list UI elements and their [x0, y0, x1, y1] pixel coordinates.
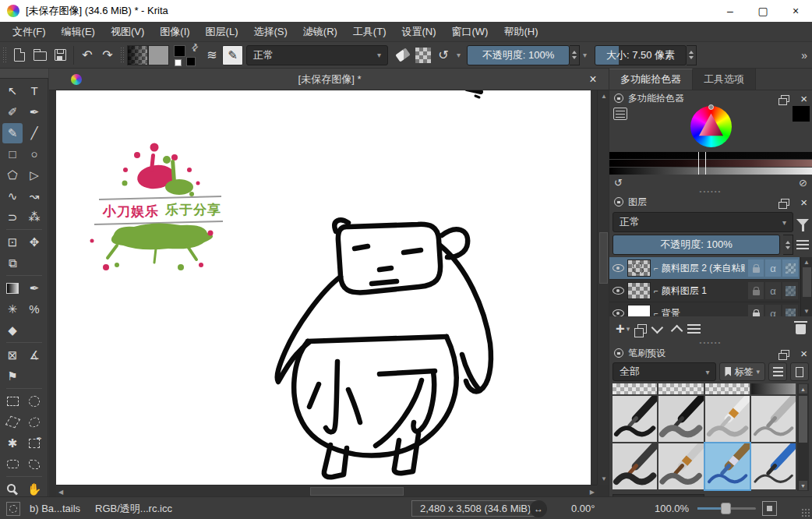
preset-scroll-thumb[interactable] [799, 396, 807, 443]
scroll-down-icon[interactable]: ▼ [799, 481, 807, 490]
default-colors-swatch[interactable] [175, 59, 182, 66]
selection-mode-icon[interactable] [6, 502, 20, 516]
text-tool[interactable]: T [24, 81, 44, 101]
alpha-lock-icon[interactable]: α [765, 305, 781, 316]
docker-lock-icon[interactable] [614, 94, 623, 103]
scroll-left-icon[interactable]: ◀ [58, 489, 63, 496]
similar-color-select-tool[interactable]: ✱ [2, 433, 23, 454]
eraser-mode-button[interactable] [393, 45, 413, 65]
layer-scroll-thumb[interactable] [803, 267, 811, 297]
scroll-down-icon[interactable]: ▼ [601, 475, 607, 482]
alpha-lock-icon[interactable]: α [765, 260, 781, 277]
docker-float-icon[interactable] [781, 199, 789, 206]
rect-select-tool[interactable] [2, 391, 23, 411]
scroll-up-icon[interactable]: ▲ [803, 259, 810, 266]
redo-button[interactable]: ↷ [97, 45, 118, 65]
brush-preset-partial-1[interactable] [613, 383, 657, 394]
tag-button[interactable]: 标签 ▾ [719, 362, 765, 381]
layer-row-background[interactable]: ⌐ 背景 α [609, 302, 800, 316]
brush-preset-partial-3[interactable] [705, 383, 750, 394]
zoom-fit-button[interactable] [762, 501, 777, 516]
toolbar-overflow-button[interactable]: » [801, 49, 807, 62]
layer-filter-icon[interactable] [796, 219, 809, 226]
image-size-label[interactable]: 2,480 x 3,508 (34.6 MiB) [411, 500, 539, 517]
preset-grid-scrollbar[interactable]: ▲ ▼ [797, 383, 809, 491]
freehand-select-tool[interactable] [24, 412, 44, 432]
maximize-button[interactable]: ▢ [747, 0, 779, 22]
layer-thumbnail[interactable] [627, 260, 651, 277]
brush-preset-silver-pen[interactable] [751, 396, 796, 442]
minimize-button[interactable]: – [714, 0, 747, 22]
brush-size-slider[interactable]: 大小: 7.50 像素 [595, 45, 687, 65]
layer-thumbnail[interactable] [627, 305, 651, 316]
menu-item-10[interactable]: 帮助(H) [496, 23, 545, 41]
menu-item-5[interactable]: 选择(S) [245, 23, 295, 41]
move-layer-down-button[interactable] [651, 321, 664, 334]
undo-button[interactable]: ↶ [77, 45, 97, 65]
add-layer-button[interactable]: +▾ [616, 320, 630, 338]
docker-close-icon[interactable]: × [800, 93, 807, 104]
menu-item-0[interactable]: 文件(F) [5, 23, 54, 41]
line-tool[interactable]: ╱ [24, 123, 44, 143]
vertical-scroll-thumb[interactable] [599, 232, 608, 284]
brush-options-button[interactable]: ≋ [202, 45, 222, 65]
canvas[interactable]: 小刀娱乐 乐于分享 [56, 90, 591, 485]
bezier-select-tool[interactable] [24, 433, 44, 454]
layer-locked-icon[interactable] [748, 305, 764, 316]
subwindow-title-bar[interactable]: [未保存图像] * × [49, 69, 609, 90]
menu-item-9[interactable]: 窗口(W) [444, 23, 496, 41]
inherit-alpha-icon[interactable] [782, 305, 798, 316]
brush-preset-dark-brush[interactable] [613, 443, 657, 489]
inherit-alpha-icon[interactable] [782, 260, 798, 277]
preserve-alpha-button[interactable] [413, 45, 433, 65]
docker-close-icon[interactable]: × [800, 348, 807, 359]
tab-advanced-color-selector[interactable]: 多功能拾色器 [609, 69, 693, 90]
shade-handle[interactable] [698, 152, 706, 175]
scroll-up-icon[interactable]: ▲ [799, 384, 807, 394]
docker-float-icon[interactable] [781, 350, 789, 357]
freehand-brush-tool[interactable]: ✎ [2, 123, 23, 143]
layer-list-scrollbar[interactable]: ▲ ▼ [800, 257, 812, 316]
polyline-tool[interactable]: ▷ [24, 165, 44, 185]
gradient-tool[interactable] [2, 278, 23, 298]
crop-tool[interactable]: ⧉ [2, 253, 23, 274]
layer-row-paint-1[interactable]: ⌐ 颜料图层 1 α [609, 280, 800, 302]
delete-layer-button[interactable] [796, 324, 806, 334]
ellipse-tool[interactable]: ○ [24, 144, 44, 164]
visibility-eye-icon[interactable] [613, 309, 624, 316]
smart-patch-tool[interactable]: ✳ [2, 299, 23, 320]
fill-tool[interactable]: ◆ [2, 320, 23, 341]
toolbox-tab[interactable] [0, 69, 48, 79]
opacity-slider[interactable]: 不透明度: 100% [467, 45, 570, 65]
alpha-lock-icon[interactable]: α [765, 282, 781, 299]
brush-preset-chip[interactable]: ✎ [222, 45, 243, 65]
blending-mode-dropdown[interactable]: 正常 ▾ [246, 45, 388, 65]
toolbar-grip-2[interactable] [120, 47, 125, 64]
pointer-tool[interactable]: ↖ [2, 81, 23, 101]
rectangle-tool[interactable]: □ [2, 144, 23, 164]
magnetic-select-tool[interactable] [24, 454, 44, 475]
docker-close-icon[interactable]: × [800, 196, 807, 208]
brush-preset-partial-2[interactable] [658, 383, 703, 394]
canvas-rotation-icon[interactable]: ↔ [530, 500, 547, 517]
canvas-horizontal-scrollbar[interactable]: ◀ ▶ [56, 485, 597, 496]
opacity-spinner[interactable] [570, 45, 580, 65]
tab-tool-options[interactable]: 工具选项 [693, 69, 756, 90]
visibility-eye-icon[interactable] [613, 287, 624, 295]
docker-lock-icon[interactable] [614, 348, 623, 358]
edit-shapes-tool[interactable]: ✐ [2, 102, 23, 122]
menu-item-1[interactable]: 编辑(E) [54, 23, 103, 41]
visibility-eye-icon[interactable] [613, 264, 624, 272]
preset-view-mode-button[interactable] [790, 362, 809, 381]
menu-item-3[interactable]: 图像(I) [152, 23, 197, 41]
transform-tool[interactable]: ⊡ [2, 232, 23, 252]
ellipse-select-tool[interactable] [24, 391, 44, 411]
open-document-button[interactable] [30, 45, 50, 65]
background-color-swatch[interactable] [186, 57, 196, 66]
size-spinner[interactable] [687, 45, 697, 65]
bezier-curve-tool[interactable]: ∿ [2, 186, 23, 207]
blocked-icon[interactable]: ⊘ [799, 177, 807, 189]
docker-lock-icon[interactable] [614, 197, 623, 207]
scroll-up-icon[interactable]: ▲ [601, 93, 607, 100]
horizontal-scroll-thumb[interactable] [310, 487, 404, 496]
